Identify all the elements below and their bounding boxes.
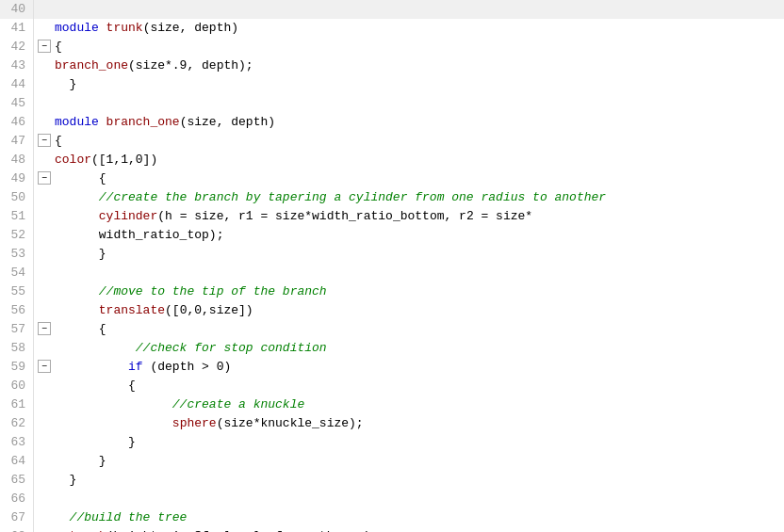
line-content: } — [53, 433, 784, 452]
code-line: 68 trunk(height, 1, $fn=level_of_smoothn… — [0, 527, 784, 532]
line-content: } — [53, 245, 784, 264]
line-number: 48 — [0, 151, 34, 169]
line-content: cylinder(h = size, r1 = size*width_ratio… — [53, 207, 784, 226]
code-line: 46module branch_one(size, depth) — [0, 113, 784, 132]
code-line: 57− { — [0, 320, 784, 339]
line-number: 47 — [0, 132, 34, 151]
code-line: 67 //build the tree — [0, 508, 784, 527]
line-number: 59 — [0, 358, 34, 377]
line-content: } — [53, 452, 784, 471]
line-number: 56 — [0, 301, 34, 320]
code-line: 52 width_ratio_top); — [0, 226, 784, 245]
line-number: 44 — [0, 75, 34, 94]
line-number: 61 — [0, 395, 34, 414]
code-line: 42−{ — [0, 38, 784, 56]
code-line: 50 //create the branch by tapering a cyl… — [0, 188, 784, 207]
line-content: color([1,1,0]) — [53, 151, 784, 169]
code-line: 55 //move to the tip of the branch — [0, 282, 784, 301]
line-number: 64 — [0, 452, 34, 471]
line-number: 45 — [0, 94, 34, 113]
code-line: 43branch_one(size*.9, depth); — [0, 56, 784, 75]
line-number: 60 — [0, 377, 34, 395]
line-content: { — [53, 377, 784, 395]
line-content: trunk(height, 1, $fn=level_of_smoothness… — [53, 527, 784, 532]
code-line: 63 } — [0, 433, 784, 452]
line-content: module branch_one(size, depth) — [53, 113, 784, 132]
line-number: 65 — [0, 471, 34, 490]
line-number: 55 — [0, 282, 34, 301]
fold-marker[interactable]: − — [38, 134, 51, 147]
line-number: 52 — [0, 226, 34, 245]
line-number: 62 — [0, 414, 34, 433]
code-line: 47−{ — [0, 132, 784, 151]
line-number: 46 — [0, 113, 34, 132]
line-number: 58 — [0, 339, 34, 358]
line-content: //create a knuckle — [53, 395, 784, 414]
line-number: 40 — [0, 0, 34, 19]
line-number: 63 — [0, 433, 34, 452]
code-line: 65 } — [0, 471, 784, 490]
code-line: 45 — [0, 94, 784, 113]
line-content: { — [53, 38, 784, 56]
code-line: 40 — [0, 0, 784, 19]
line-number: 53 — [0, 245, 34, 264]
code-line: 59− if (depth > 0) — [0, 358, 784, 377]
line-content: //create the branch by tapering a cylind… — [53, 188, 784, 207]
line-content: //move to the tip of the branch — [53, 282, 784, 301]
line-number: 68 — [0, 527, 34, 532]
line-number: 66 — [0, 490, 34, 508]
line-content: //build the tree — [53, 508, 784, 527]
line-content: width_ratio_top); — [53, 226, 784, 245]
line-number: 54 — [0, 264, 34, 282]
line-content: } — [53, 75, 784, 94]
code-editor: 4041module trunk(size, depth)42−{43branc… — [0, 0, 784, 532]
line-content: branch_one(size*.9, depth); — [53, 56, 784, 75]
code-line: 44 } — [0, 75, 784, 94]
code-line: 56 translate([0,0,size]) — [0, 301, 784, 320]
code-line: 60 { — [0, 377, 784, 395]
line-content: { — [53, 320, 784, 339]
line-number: 50 — [0, 188, 34, 207]
line-content: if (depth > 0) — [53, 358, 784, 377]
code-line: 62 sphere(size*knuckle_size); — [0, 414, 784, 433]
code-line: 61 //create a knuckle — [0, 395, 784, 414]
fold-marker[interactable]: − — [38, 360, 51, 373]
line-number: 49 — [0, 169, 34, 188]
fold-marker[interactable]: − — [38, 40, 51, 53]
code-line: 58 //check for stop condition — [0, 339, 784, 358]
line-content: } — [53, 471, 784, 490]
line-content: translate([0,0,size]) — [53, 301, 784, 320]
code-line: 54 — [0, 264, 784, 282]
fold-marker[interactable]: − — [38, 171, 51, 185]
line-number: 42 — [0, 38, 34, 56]
line-number: 43 — [0, 56, 34, 75]
line-number: 67 — [0, 508, 34, 527]
line-content: module trunk(size, depth) — [53, 19, 784, 38]
code-line: 53 } — [0, 245, 784, 264]
line-number: 41 — [0, 19, 34, 38]
code-line: 48color([1,1,0]) — [0, 151, 784, 169]
line-number: 51 — [0, 207, 34, 226]
line-number: 57 — [0, 320, 34, 339]
code-line: 49− { — [0, 169, 784, 188]
code-line: 64 } — [0, 452, 784, 471]
line-content: { — [53, 132, 784, 151]
fold-marker[interactable]: − — [38, 322, 51, 335]
line-content: { — [53, 169, 784, 188]
line-content: sphere(size*knuckle_size); — [53, 414, 784, 433]
code-line: 51 cylinder(h = size, r1 = size*width_ra… — [0, 207, 784, 226]
line-content: //check for stop condition — [53, 339, 784, 358]
code-line: 41module trunk(size, depth) — [0, 19, 784, 38]
code-line: 66 — [0, 490, 784, 508]
